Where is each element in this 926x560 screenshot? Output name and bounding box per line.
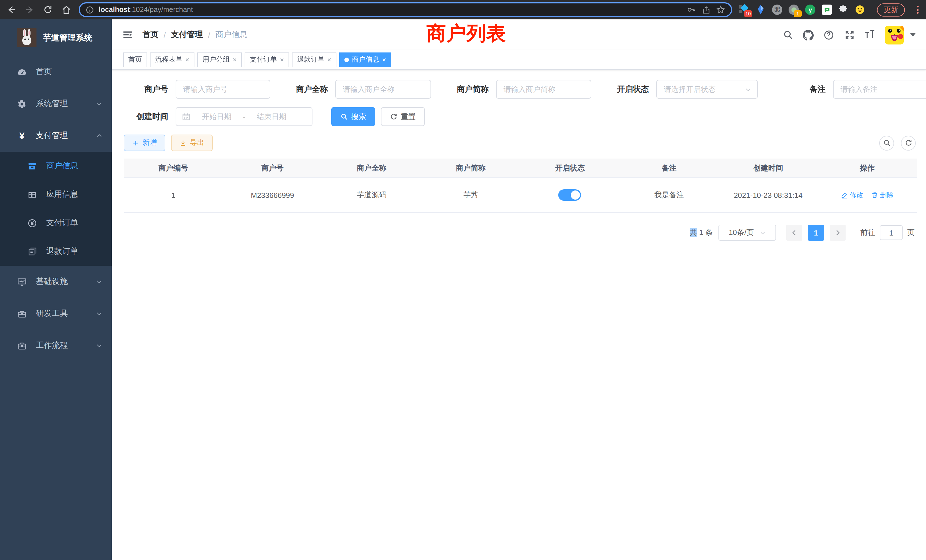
- chevron-up-icon: [96, 132, 103, 139]
- sidebar-item-infra[interactable]: 基础设施: [0, 266, 112, 298]
- merchant-table: 商户编号 商户号 商户全称 商户简称 开启状态 备注 创建时间 操作 1 M23…: [124, 159, 917, 213]
- bookmark-star-icon[interactable]: [716, 5, 725, 14]
- github-icon[interactable]: [803, 29, 814, 40]
- sidebar-item-pay-order[interactable]: 支付订单: [0, 209, 112, 237]
- export-button[interactable]: 导出: [171, 135, 213, 151]
- extension-emoji-icon[interactable]: [855, 5, 865, 15]
- monitor-chart-icon: [17, 277, 27, 286]
- filter-merchant-name: 商户全称: [283, 80, 431, 98]
- page-size-select[interactable]: 10条/页: [719, 225, 776, 241]
- navbar-actions: [782, 26, 916, 44]
- app-logo[interactable]: 芋道管理系统: [0, 20, 112, 51]
- extension-y-icon[interactable]: y: [805, 5, 816, 15]
- add-button[interactable]: 新增: [124, 135, 165, 151]
- toggle-search-button[interactable]: [879, 135, 894, 150]
- password-key-icon[interactable]: [687, 5, 696, 14]
- url-text[interactable]: localhost:1024/pay/merchant: [98, 6, 193, 14]
- extension-session-icon[interactable]: 1: [788, 5, 799, 15]
- remark-input[interactable]: [833, 80, 926, 98]
- page-content: 商户号 商户全称 商户简称 开启状态 请选择开启状态: [112, 70, 926, 241]
- breadcrumb-section[interactable]: 支付管理: [171, 30, 203, 40]
- browser-update-button[interactable]: 更新: [877, 3, 905, 16]
- delete-link-label: 删除: [880, 190, 894, 200]
- tab-close-icon[interactable]: ×: [382, 56, 386, 63]
- tab-refund-order[interactable]: 退款订单 ×: [292, 52, 336, 67]
- extension-puzzle-icon[interactable]: [838, 5, 849, 15]
- browser-menu-icon[interactable]: [916, 5, 920, 15]
- fullscreen-icon[interactable]: [844, 29, 855, 40]
- start-date-input[interactable]: [195, 112, 238, 121]
- filter-merchant-no: 商户号: [124, 80, 270, 98]
- goto-page-input[interactable]: [880, 225, 903, 240]
- breadcrumb-current: 商户信息: [216, 30, 247, 40]
- cell-full-name: 芋道源码: [322, 190, 421, 200]
- help-icon[interactable]: [823, 29, 834, 40]
- header-search-icon[interactable]: [782, 29, 793, 40]
- toolbox-icon: [17, 309, 27, 318]
- font-size-icon[interactable]: [864, 29, 875, 40]
- tab-user-group[interactable]: 用户分组 ×: [197, 52, 242, 67]
- pay-order-icon: [27, 218, 37, 228]
- tab-close-icon[interactable]: ×: [185, 56, 189, 63]
- merchant-name-input[interactable]: [335, 80, 431, 98]
- edit-link[interactable]: 修改: [841, 190, 863, 200]
- page-number-1[interactable]: 1: [808, 225, 824, 241]
- tab-close-icon[interactable]: ×: [233, 56, 237, 63]
- breadcrumb-home[interactable]: 首页: [142, 30, 159, 40]
- sidebar-item-merchant-info[interactable]: 商户信息: [0, 152, 112, 180]
- sidebar-item-refund-order[interactable]: 退款订单: [0, 237, 112, 266]
- browser-back-button[interactable]: [6, 4, 17, 15]
- tab-close-icon[interactable]: ×: [327, 56, 331, 63]
- chevron-down-icon: [745, 86, 752, 93]
- address-bar[interactable]: localhost:1024/pay/merchant: [79, 2, 732, 17]
- status-toggle[interactable]: [558, 189, 581, 201]
- main-area: 首页 / 支付管理 / 商户信息: [112, 20, 926, 560]
- browser-forward-button[interactable]: [24, 4, 35, 15]
- sidebar-item-label: 基础设施: [36, 277, 96, 287]
- sidebar-item-workflow[interactable]: 工作流程: [0, 330, 112, 362]
- tab-home[interactable]: 首页: [123, 52, 147, 67]
- share-icon[interactable]: [701, 5, 710, 14]
- create-time-range-picker[interactable]: -: [176, 107, 312, 126]
- next-page-button[interactable]: [830, 225, 846, 241]
- extension-grid-diamond-icon[interactable]: 10: [739, 5, 749, 15]
- pagination-total: 共 1 条: [690, 227, 713, 238]
- search-button[interactable]: 搜索: [331, 107, 375, 126]
- sidebar-item-label: 系统管理: [36, 98, 96, 109]
- avatar-caret-icon[interactable]: [910, 33, 916, 36]
- sidebar-item-system[interactable]: 系统管理: [0, 88, 112, 120]
- end-date-input[interactable]: [250, 112, 294, 121]
- sidebar-item-home[interactable]: 首页: [0, 56, 112, 88]
- extension-kite-icon[interactable]: [755, 5, 766, 15]
- grid-icon: [27, 190, 37, 199]
- merchant-no-input[interactable]: [176, 80, 270, 98]
- filter-label: 开启状态: [604, 84, 649, 94]
- user-avatar[interactable]: [885, 26, 904, 44]
- sidebar-item-app-info[interactable]: 应用信息: [0, 180, 112, 209]
- status-select[interactable]: 请选择开启状态: [656, 80, 758, 98]
- extension-command-icon[interactable]: ⌘: [772, 5, 782, 15]
- site-info-icon[interactable]: [86, 5, 94, 14]
- column-header: 操作: [818, 163, 917, 173]
- sidebar-item-devtools[interactable]: 研发工具: [0, 298, 112, 330]
- app-screen: localhost:1024/pay/merchant 10 ⌘: [0, 0, 926, 560]
- app-title: 芋道管理系统: [43, 32, 92, 43]
- refresh-table-button[interactable]: [901, 135, 916, 150]
- sidebar-collapse-icon[interactable]: [122, 29, 133, 41]
- reset-button[interactable]: 重置: [381, 107, 425, 126]
- prev-page-button[interactable]: [786, 225, 802, 241]
- sidebar-item-label: 应用信息: [46, 189, 78, 200]
- tab-merchant-info[interactable]: 商户信息 ×: [339, 52, 391, 67]
- extension-chat-icon[interactable]: [822, 5, 832, 15]
- browser-reload-button[interactable]: [42, 4, 54, 15]
- sidebar-item-label: 退款订单: [46, 246, 78, 257]
- sidebar-item-pay[interactable]: ¥ 支付管理: [0, 120, 112, 152]
- merchant-short-input[interactable]: [496, 80, 591, 98]
- export-button-label: 导出: [190, 138, 204, 148]
- tab-pay-order[interactable]: 支付订单 ×: [245, 52, 289, 67]
- tab-process-form[interactable]: 流程表单 ×: [150, 52, 194, 67]
- add-button-label: 新增: [142, 138, 157, 148]
- tab-close-icon[interactable]: ×: [280, 56, 284, 63]
- delete-link[interactable]: 删除: [871, 190, 894, 200]
- browser-home-button[interactable]: [61, 4, 72, 15]
